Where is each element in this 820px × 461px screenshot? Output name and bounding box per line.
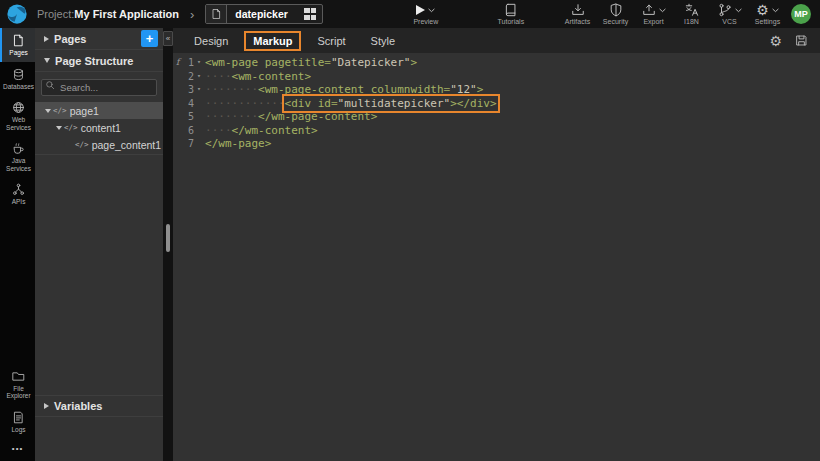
editor-tab-bar: DesignMarkupScriptStyle ⚙ <box>173 28 820 53</box>
main-area: PagesDatabasesWeb ServicesJava ServicesA… <box>0 28 820 461</box>
code-line-1[interactable]: f1▾<wm-page pagetitle="Datepicker"> <box>173 56 820 70</box>
expanded-arrow-icon <box>44 58 50 63</box>
security-icon <box>609 3 623 17</box>
variables-section-header[interactable]: Variables <box>35 395 163 417</box>
page-structure-tree: </>page1</>content1</>page_content1 <box>35 102 163 155</box>
app-logo-icon[interactable] <box>6 3 28 25</box>
search-input[interactable] <box>41 79 157 96</box>
sidebar-item-logs[interactable]: Logs <box>0 405 35 439</box>
code-text[interactable]: </wm-page> <box>205 137 271 151</box>
security-button[interactable]: Security <box>599 3 632 25</box>
preview-button[interactable]: Preview <box>409 3 442 25</box>
more-button[interactable]: ••• <box>0 438 35 461</box>
code-line-4[interactable]: 4············<div id="multidatepicker"><… <box>173 97 820 111</box>
tree-item-page1[interactable]: </>page1 <box>35 102 163 119</box>
book-icon <box>504 3 518 17</box>
code-line-3[interactable]: 3▾········<wm-page-content columnwidth="… <box>173 83 820 97</box>
panel-divider: « <box>163 28 173 461</box>
editor-actions: ⚙ <box>769 34 808 48</box>
sidebar-item-label: Web Services <box>2 116 35 131</box>
pages-icon <box>12 34 25 47</box>
tree-item-page-content1[interactable]: </>page_content1 <box>35 136 163 153</box>
page-structure-header[interactable]: Page Structure <box>35 50 163 72</box>
artifacts-button[interactable]: Artifacts <box>561 3 594 25</box>
code-line-7[interactable]: 7</wm-page> <box>173 137 820 151</box>
settings-button[interactable]: ⚙Settings <box>751 3 784 25</box>
gutter[interactable]: 3▾ <box>173 83 205 97</box>
breadcrumb-chevron-icon: › <box>190 8 194 21</box>
i18n-button[interactable]: I18N <box>675 3 708 25</box>
wavemaker-studio: Project:My First Application › datepicke… <box>0 0 820 461</box>
topbar-item-label: Settings <box>755 18 780 25</box>
code-line-2[interactable]: 2▾····<wm-content> <box>173 70 820 84</box>
logs-icon <box>12 411 25 424</box>
sidebar-item-apis[interactable]: APIs <box>0 177 35 211</box>
sidebar-item-databases[interactable]: Databases <box>0 62 35 96</box>
file-explorer-icon <box>12 370 25 383</box>
tab-markup[interactable]: Markup <box>246 33 299 49</box>
collapse-panel-button[interactable]: « <box>163 31 173 46</box>
gutter[interactable]: 2▾ <box>173 70 205 84</box>
code-text[interactable]: ············<div id="multidatepicker"></… <box>205 97 496 111</box>
topbar-item-label: Security <box>603 18 628 25</box>
tab-script[interactable]: Script <box>310 33 352 49</box>
pages-section-header[interactable]: Pages + <box>35 28 163 50</box>
search-box <box>41 77 157 96</box>
code-text[interactable]: <wm-page pagetitle="Datepicker"> <box>205 56 417 70</box>
topbar-item-label: I18N <box>684 18 699 25</box>
tree-item-content1[interactable]: </>content1 <box>35 119 163 136</box>
databases-icon <box>12 68 25 81</box>
vcs-icon <box>718 3 732 17</box>
gutter[interactable]: 5 <box>173 110 205 124</box>
tree-item-label: page_content1 <box>92 139 161 151</box>
tree-item-label: content1 <box>81 122 121 134</box>
gutter[interactable]: f1▾ <box>173 56 205 70</box>
chevron-down-icon[interactable] <box>772 8 779 13</box>
chevron-down-icon[interactable] <box>428 8 435 13</box>
variables-label: Variables <box>54 400 102 412</box>
code-icon: </> <box>64 123 78 132</box>
sidebar-item-web-services[interactable]: Web Services <box>0 95 35 136</box>
user-avatar[interactable]: MP <box>791 4 811 24</box>
markup-editor: DesignMarkupScriptStyle ⚙ f1▾<wm-page pa… <box>173 28 820 461</box>
sidebar-item-label: Databases <box>2 83 35 91</box>
code-line-6[interactable]: 6····</wm-content> <box>173 124 820 138</box>
sidebar-item-pages[interactable]: Pages <box>0 28 35 62</box>
chevron-down-icon[interactable] <box>735 8 742 13</box>
divider-handle[interactable] <box>166 224 170 252</box>
expanded-arrow-icon[interactable] <box>43 109 52 113</box>
code-text[interactable]: ········<wm-page-content columnwidth="12… <box>205 83 483 97</box>
sidebar-item-java-services[interactable]: Java Services <box>0 136 35 177</box>
add-page-button[interactable]: + <box>141 30 158 47</box>
file-icon <box>206 5 227 23</box>
artifacts-icon <box>571 3 585 17</box>
gutter[interactable]: 4 <box>173 97 205 111</box>
code-area[interactable]: f1▾<wm-page pagetitle="Datepicker">2▾···… <box>173 53 820 461</box>
tutorials-button[interactable]: Tutorials <box>494 3 527 25</box>
page-settings-gear-icon[interactable]: ⚙ <box>769 34 782 48</box>
collapsed-arrow-icon <box>44 36 49 42</box>
chevron-down-icon[interactable] <box>659 8 666 13</box>
save-icon[interactable] <box>795 34 808 47</box>
export-icon <box>642 3 656 17</box>
code-text[interactable]: ········</wm-page-content> <box>205 110 377 124</box>
export-button[interactable]: Export <box>637 3 670 25</box>
tab-design[interactable]: Design <box>187 33 235 49</box>
sidebar-item-file-explorer[interactable]: File Explorer <box>0 364 35 405</box>
web-services-icon <box>12 101 25 114</box>
gutter[interactable]: 6 <box>173 124 205 138</box>
code-text[interactable]: ····</wm-content> <box>205 124 318 138</box>
topbar-right-actions: ArtifactsSecurityExportI18NVCS⚙Settings <box>561 3 784 25</box>
grid-icon[interactable] <box>304 8 316 20</box>
gutter[interactable]: 7 <box>173 137 205 151</box>
code-text[interactable]: ····<wm-content> <box>205 70 311 84</box>
panel-spacer <box>35 155 163 395</box>
sidebar-item-label: Java Services <box>2 157 35 172</box>
vcs-button[interactable]: VCS <box>713 3 746 25</box>
expanded-arrow-icon[interactable] <box>54 126 63 130</box>
tab-style[interactable]: Style <box>364 33 402 49</box>
code-icon: </> <box>53 106 67 115</box>
page-tab-label: datepicker <box>227 8 304 20</box>
page-tab-datepicker[interactable]: datepicker <box>205 4 323 24</box>
code-line-5[interactable]: 5········</wm-page-content> <box>173 110 820 124</box>
